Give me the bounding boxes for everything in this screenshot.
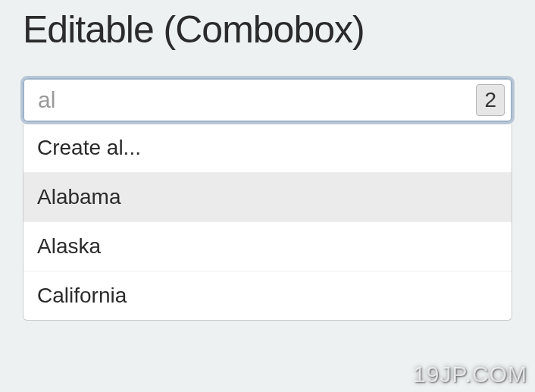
dropdown-item[interactable]: California [23,271,512,320]
dropdown-item-create[interactable]: Create al... [23,124,512,173]
count-badge: 2 [476,84,505,116]
combobox-dropdown: Create al... Alabama Alaska California [23,124,512,321]
combobox-input-wrap[interactable]: 2 [23,78,512,122]
page-title: Editable (Combobox) [23,8,512,52]
dropdown-item[interactable]: Alabama [23,173,512,222]
combobox: 2 Create al... Alabama Alaska California [23,78,512,321]
combobox-input[interactable] [38,87,476,113]
dropdown-item[interactable]: Alaska [23,222,512,271]
watermark-text: 19JP.COM [413,362,527,387]
